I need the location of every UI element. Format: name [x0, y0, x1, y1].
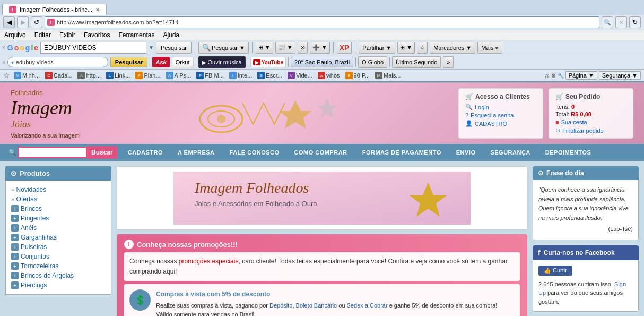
mais-btn[interactable]: Mais »	[477, 42, 502, 54]
stop-button[interactable]: ✕	[615, 16, 627, 28]
nav-como-comprar[interactable]: COMO COMPRAR	[287, 145, 355, 160]
search2-dropdown-icon[interactable]: ▾	[11, 59, 14, 65]
temperature-button[interactable]: 20° Sao Paulo, Brazil	[291, 57, 353, 67]
frase-author: (Lao-Tsé)	[538, 225, 633, 234]
sidebar-brincos-argolas[interactable]: + Brincos de Argolas	[8, 271, 109, 280]
nav-fale-conosco[interactable]: FALE CONOSCO	[222, 145, 287, 160]
sidebar-ofertas[interactable]: » Ofertas	[8, 194, 109, 204]
nav-seguranca[interactable]: SEGURANÇA	[483, 145, 537, 160]
search2-pesquisar-btn[interactable]: Pesquisar	[110, 57, 148, 67]
search2-close[interactable]: ×	[2, 59, 5, 65]
sidebar-novidades[interactable]: » Novidades	[8, 185, 109, 194]
url-bar[interactable]: I http://www.imagemfolheados.com.br/?a=1…	[45, 16, 599, 28]
menu-ferramentas[interactable]: Ferramentas	[118, 31, 154, 39]
sidebar-conjuntos[interactable]: + Conjuntos	[8, 252, 109, 261]
bookmarks-star-icon[interactable]: ☆	[3, 71, 10, 80]
forward-button[interactable]: ▶	[17, 16, 29, 28]
search-icon[interactable]: 🔍	[602, 16, 613, 28]
pesquisar-dropdown-btn[interactable]: 🔍 Pesquisar ▼	[198, 42, 249, 54]
plus-icon: +	[11, 272, 19, 279]
bookmark-icon-90p: 9	[345, 72, 353, 79]
bookmark-cada[interactable]: C Cada...	[43, 71, 74, 80]
ouvir-musica-button[interactable]: ▶ Ouvir música	[198, 56, 246, 68]
sidebar-brincos[interactable]: + Brincos	[8, 204, 109, 213]
esqueci-link[interactable]: ? Esqueci a senha	[465, 112, 536, 118]
toolbar-icon-btn5[interactable]: ⊞ ▼	[397, 42, 415, 54]
sidebar-aneis[interactable]: + Anéis	[8, 223, 109, 233]
globo-btn[interactable]: O Globo	[358, 56, 387, 68]
marcadores-btn[interactable]: Marcadores ▼	[430, 42, 475, 54]
toolbar-icon-btn4[interactable]: ➕ ▼	[310, 42, 330, 54]
sidebar-piercings[interactable]: + Piercings	[8, 280, 109, 290]
menu-arquivo[interactable]: Arquivo	[4, 31, 26, 39]
youtube-logo[interactable]: ▶ YouTube	[250, 57, 286, 67]
buscar-button[interactable]: Buscar	[87, 146, 117, 159]
cadastro-acesso-link[interactable]: 👤 CADASTRO	[465, 120, 536, 127]
sidebar-pulseiras[interactable]: + Pulseiras	[8, 242, 109, 252]
nav-search-input[interactable]	[18, 147, 87, 158]
nav-formas-pagamento[interactable]: FORMAS DE PAGAMENTO	[355, 145, 449, 160]
cart-icon: 🛒	[555, 93, 563, 100]
boleto-link[interactable]: Boleto Bancário	[296, 302, 337, 309]
refresh-button[interactable]: ↺	[31, 16, 42, 28]
search-input2-container[interactable]: ▾ edubuy videos	[7, 57, 108, 67]
bookmark-plan[interactable]: P Plan...	[134, 71, 162, 80]
toolbar-icon-btn1[interactable]: ⊞ ▼	[256, 42, 273, 54]
nav-depoimentos[interactable]: DEPOIMENTOS	[538, 145, 599, 160]
nav-empresa[interactable]: A EMPRESA	[170, 145, 222, 160]
bookmark-link[interactable]: L Link...	[105, 71, 132, 80]
orkut-button[interactable]: Orkut	[172, 57, 194, 67]
toolbar-xp-btn[interactable]: XP	[337, 42, 352, 54]
promo-link[interactable]: promoções especiais	[179, 258, 239, 265]
bookmark-fbm[interactable]: F FB M...	[195, 71, 225, 80]
bookmark-90p[interactable]: 9 90 P...	[344, 71, 371, 80]
pedido-total: Total: R$ 0,00	[555, 111, 626, 117]
back-button[interactable]: ◀	[3, 16, 15, 28]
magnifier-icon: 🔍	[465, 104, 473, 110]
menu-exibir[interactable]: Exibir	[59, 31, 75, 39]
toolbar-icon-btn2[interactable]: 📰 ▼	[275, 42, 295, 54]
toolbar-icon-btn3[interactable]: ⊙	[298, 42, 308, 54]
pedido-total-value: R$ 0,00	[571, 111, 591, 117]
bookmark-inte[interactable]: I Inte...	[228, 71, 254, 80]
deposito-link[interactable]: Depósito	[269, 302, 292, 309]
expand-btn[interactable]: »	[443, 56, 454, 68]
bookmark-minh[interactable]: M Minh...	[12, 71, 41, 80]
menu-editar[interactable]: Editar	[34, 31, 51, 39]
sedex-link[interactable]: Sedex a Cobrar	[347, 302, 388, 309]
star-btn[interactable]: ☆	[417, 42, 428, 54]
google-toolbar-close[interactable]: ×	[2, 45, 5, 50]
page-refresh-button[interactable]: ↻	[629, 16, 641, 28]
ask-button[interactable]: Ask	[152, 57, 169, 67]
login-link[interactable]: 🔍 Login	[465, 104, 536, 110]
menu-favoritos[interactable]: Favoritos	[84, 31, 110, 39]
sep1	[150, 57, 150, 67]
url-text: http://www.imagemfolheados.com.br/?a=147…	[57, 19, 179, 25]
bookmark-whos[interactable]: w whos	[316, 71, 342, 80]
tab-close-btn[interactable]: ✕	[95, 7, 100, 13]
bookmark-escr[interactable]: E Escr...	[256, 71, 284, 80]
printer-icon: 🖨	[544, 73, 550, 79]
finalizar-pedido-link[interactable]: ⊙ Finalizar pedido	[555, 127, 626, 134]
google-search-input[interactable]	[40, 42, 146, 54]
fb-curtir-button[interactable]: 👍 Curtir	[538, 266, 572, 276]
promo-box: i Conheça nossas promoções!!! Conheça no…	[117, 234, 527, 316]
bookmark-http[interactable]: h http...	[76, 71, 102, 80]
sidebar-gargantilhas[interactable]: + Gargantilhas	[8, 233, 109, 242]
google-pesquisar-button[interactable]: Pesquisar	[156, 42, 192, 54]
sidebar-tornozeleiras[interactable]: + Tornozeleiras	[8, 261, 109, 271]
menu-ajuda[interactable]: Ajuda	[163, 31, 179, 39]
bookmark-mais[interactable]: M Mais...	[373, 71, 402, 80]
partilhar-btn[interactable]: Partilhar ▼	[359, 42, 395, 54]
nav-cadastro[interactable]: CADASTRO	[120, 145, 170, 160]
bookmark-vide[interactable]: V Vide...	[286, 71, 314, 80]
browser-tab[interactable]: I Imagem Folheados - brinc... ✕	[2, 4, 107, 15]
google-search-dropdown[interactable]: ▼	[149, 45, 154, 50]
ultimo-btn[interactable]: Último Segundo	[392, 56, 441, 68]
pagina-btn[interactable]: Página ▼	[565, 71, 597, 80]
sua-cesta-link[interactable]: ■ Sua cesta	[555, 119, 626, 125]
nav-envio[interactable]: ENVIO	[449, 145, 483, 160]
bookmark-aps[interactable]: A A Ps...	[164, 71, 193, 80]
seguranca-btn[interactable]: Segurança ▼	[599, 71, 641, 80]
sidebar-pingentes[interactable]: + Pingentes	[8, 213, 109, 223]
